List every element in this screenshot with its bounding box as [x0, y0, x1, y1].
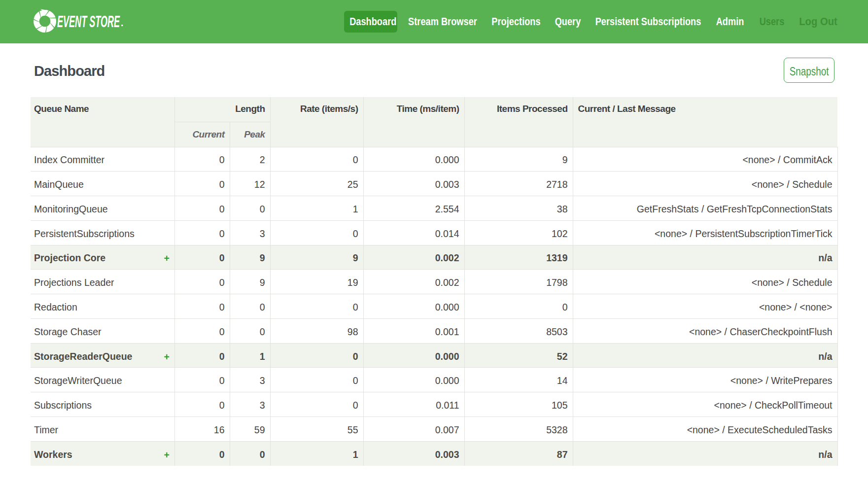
- svg-text:EVENT STORE: EVENT STORE: [57, 13, 120, 31]
